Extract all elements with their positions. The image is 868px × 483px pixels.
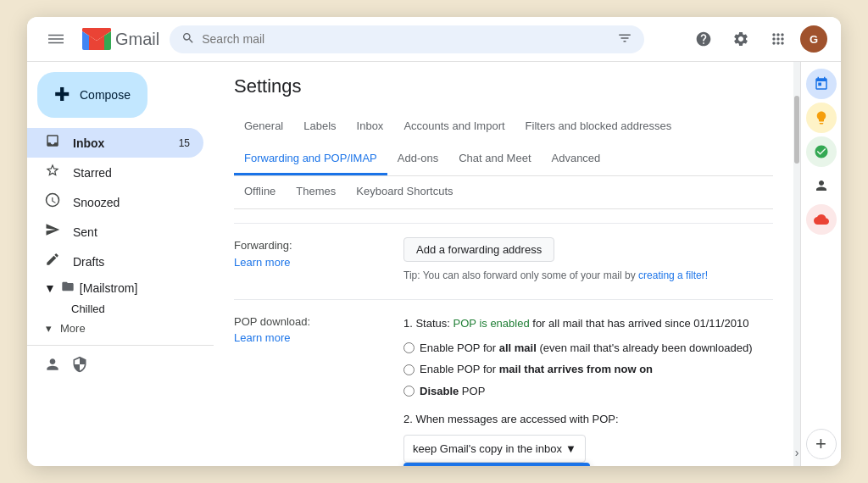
tab-general[interactable]: General <box>234 111 293 143</box>
sidebar-bottom <box>27 345 214 387</box>
svg-rect-2 <box>48 42 64 44</box>
pop-option1: Enable POP for all mail (even mail that'… <box>403 338 773 358</box>
forwarding-tip: Tip: You can also forward only some of y… <box>403 267 773 286</box>
pop-label: POP download: Learn more <box>234 314 403 466</box>
settings-icon[interactable] <box>726 24 756 54</box>
forwarding-content: Add a forwarding address Tip: You can al… <box>403 237 773 286</box>
help-icon[interactable] <box>688 24 719 54</box>
scrollbar-thumb[interactable] <box>794 96 799 164</box>
topbar: Gmail G <box>27 17 841 62</box>
vertical-icons-panel: + <box>800 62 841 466</box>
scrollbar[interactable]: › <box>793 62 800 466</box>
calendar-icon[interactable] <box>806 69 837 99</box>
sidebar-mailstrom[interactable]: ▼ [Mailstrom] <box>27 276 214 299</box>
more-label: More <box>60 322 86 335</box>
sidebar-more[interactable]: ▾ More <box>27 319 214 338</box>
forwarding-learn-more[interactable]: Learn more <box>234 256 290 269</box>
tab-themes[interactable]: Themes <box>286 176 346 208</box>
avatar[interactable]: G <box>800 25 827 53</box>
tab-advanced[interactable]: Advanced <box>542 143 611 175</box>
forwarding-section: Forwarding: Learn more Add a forwarding … <box>234 223 773 299</box>
tabs-row1: General Labels Inbox Accounts and Import… <box>234 111 773 176</box>
dropdown-item-keep[interactable]: keep Gmail's copy in the inbox <box>403 463 590 466</box>
pop-dropdown-menu: keep Gmail's copy in the inbox mark Gmai… <box>403 463 590 466</box>
drafts-label: Drafts <box>73 255 190 269</box>
gmail-window: Gmail G ✚ <box>27 17 841 466</box>
chevron-down-small-icon: ▾ <box>46 322 52 335</box>
pop-learn-more[interactable]: Learn more <box>234 331 290 344</box>
tab-accounts[interactable]: Accounts and Import <box>393 111 515 143</box>
starred-icon <box>44 163 61 182</box>
create-filter-link[interactable]: creating a filter! <box>638 269 708 281</box>
activity-icon[interactable] <box>68 353 92 380</box>
compose-label: Compose <box>80 88 131 102</box>
tab-forwarding[interactable]: Forwarding and POP/IMAP <box>234 143 387 175</box>
folder-icon <box>61 280 75 296</box>
tab-offline[interactable]: Offline <box>234 176 286 208</box>
tab-shortcuts[interactable]: Keyboard Shortcuts <box>346 176 463 208</box>
tasks-icon[interactable] <box>806 136 837 167</box>
search-input[interactable] <box>202 32 610 46</box>
pop-status: 1. Status: POP is enabled for all mail t… <box>403 314 773 333</box>
search-icon <box>181 31 195 47</box>
forwarding-label: Forwarding: Learn more <box>234 237 403 286</box>
chilled-label: Chilled <box>71 303 105 315</box>
topbar-icons: G <box>688 24 827 54</box>
sidebar-item-drafts[interactable]: Drafts <box>27 247 203 276</box>
gmail-m-icon <box>81 28 112 50</box>
pop-option2: Enable POP for mail that arrives from no… <box>403 359 773 379</box>
sidebar-item-inbox[interactable]: Inbox 15 <box>27 128 203 158</box>
starred-label: Starred <box>73 166 190 180</box>
sidebar-item-chilled[interactable]: Chilled <box>27 299 214 319</box>
snoozed-icon <box>44 192 61 212</box>
snoozed-label: Snoozed <box>73 196 190 209</box>
compose-plus-icon: ✚ <box>54 84 70 106</box>
pop-option3: Disable POP <box>403 381 773 401</box>
sidebar-item-snoozed[interactable]: Snoozed <box>27 187 203 217</box>
drive-icon[interactable] <box>806 204 837 235</box>
dropdown-chevron-icon: ▼ <box>565 439 576 458</box>
pop-dropdown-selected: keep Gmail's copy in the inbox <box>413 439 562 458</box>
sidebar-item-sent[interactable]: Sent <box>27 217 203 247</box>
inbox-label: Inbox <box>73 136 161 150</box>
hamburger-icon[interactable] <box>41 24 71 54</box>
apps-icon[interactable] <box>763 24 793 54</box>
inbox-badge: 15 <box>173 137 190 149</box>
account-icon[interactable] <box>41 353 64 380</box>
pop-radio-new[interactable] <box>403 364 415 375</box>
pop-section: POP download: Learn more 1. Status: POP … <box>234 299 773 466</box>
contacts-icon[interactable] <box>806 170 837 201</box>
pop-dropdown[interactable]: keep Gmail's copy in the inbox ▼ <box>403 435 586 463</box>
pop-radio-all[interactable] <box>403 342 415 353</box>
tab-labels[interactable]: Labels <box>293 111 346 143</box>
sidebar-item-starred[interactable]: Starred <box>27 158 203 187</box>
settings-title: Settings <box>234 75 773 97</box>
add-forwarding-button[interactable]: Add a forwarding address <box>403 237 554 262</box>
search-bar[interactable] <box>170 25 644 53</box>
svg-rect-0 <box>48 35 64 36</box>
right-panel: Settings General Labels Inbox Accounts a… <box>214 62 841 466</box>
tab-inbox[interactable]: Inbox <box>347 111 394 143</box>
chevron-down-icon: ▼ <box>44 281 56 295</box>
add-apps-icon[interactable]: + <box>806 429 837 459</box>
settings-content: Settings General Labels Inbox Accounts a… <box>214 62 793 466</box>
pop-content: 1. Status: POP is enabled for all mail t… <box>403 314 773 466</box>
tabs-row2: Offline Themes Keyboard Shortcuts <box>234 176 773 209</box>
sidebar: ✚ Compose Inbox 15 Starred S <box>27 62 214 466</box>
sent-icon <box>44 222 61 242</box>
pop-radio-disable[interactable] <box>403 386 415 397</box>
gmail-logo-text: Gmail <box>115 30 159 49</box>
gmail-logo: Gmail <box>81 28 159 50</box>
tab-filters[interactable]: Filters and blocked addresses <box>515 111 682 143</box>
pop-dropdown-container: keep Gmail's copy in the inbox ▼ keep Gm… <box>403 435 586 463</box>
tab-addons[interactable]: Add-ons <box>387 143 448 175</box>
pop-question: 2. When messages are accessed with POP: <box>403 409 773 429</box>
main-layout: ✚ Compose Inbox 15 Starred S <box>27 62 841 466</box>
keep-icon[interactable] <box>806 103 837 133</box>
search-filter-icon[interactable] <box>617 31 632 48</box>
compose-button[interactable]: ✚ Compose <box>37 72 147 118</box>
mailstrom-label: [Mailstrom] <box>80 281 137 295</box>
tab-chat[interactable]: Chat and Meet <box>448 143 541 175</box>
svg-rect-1 <box>48 38 64 40</box>
inbox-icon <box>44 133 61 153</box>
